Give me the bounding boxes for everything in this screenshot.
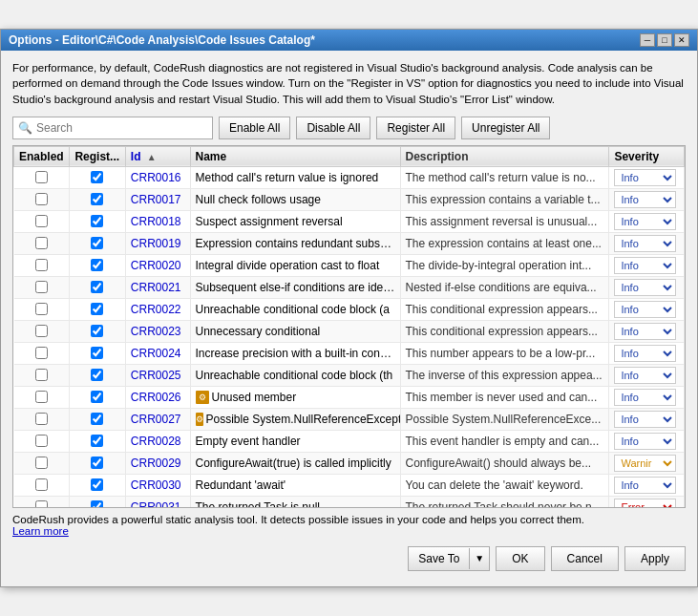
id-cell[interactable]: CRR0017: [125, 188, 190, 210]
enabled-cell: [14, 496, 70, 508]
enabled-checkbox[interactable]: [35, 237, 48, 249]
id-cell[interactable]: CRR0023: [125, 320, 190, 342]
register-checkbox[interactable]: [91, 500, 103, 508]
save-to-dropdown-icon[interactable]: ▼: [470, 549, 489, 567]
name-cell: Null check follows usage: [190, 188, 400, 210]
register-checkbox[interactable]: [91, 259, 103, 271]
cancel-button[interactable]: Cancel: [551, 546, 619, 571]
table-row: CRR0018Suspect assignment reversalThis a…: [14, 210, 685, 232]
enabled-checkbox[interactable]: [35, 369, 48, 381]
register-checkbox[interactable]: [91, 171, 103, 183]
enabled-checkbox[interactable]: [35, 500, 48, 508]
id-cell[interactable]: CRR0018: [125, 210, 190, 232]
unregister-all-button[interactable]: Unregister All: [461, 117, 550, 139]
severity-select[interactable]: Error: [614, 499, 676, 508]
register-cell: [69, 452, 125, 474]
ok-button[interactable]: OK: [496, 546, 544, 571]
severity-select[interactable]: Warnir: [614, 455, 676, 472]
title-bar: Options - Editor\C#\Code Analysis\Code I…: [1, 30, 697, 51]
id-cell[interactable]: CRR0016: [125, 166, 190, 188]
id-cell[interactable]: CRR0020: [125, 254, 190, 276]
header-id[interactable]: Id ▲: [125, 146, 190, 166]
severity-select[interactable]: Info: [614, 389, 676, 406]
save-to-button[interactable]: Save To ▼: [408, 546, 490, 571]
register-checkbox[interactable]: [91, 435, 103, 447]
register-checkbox[interactable]: [91, 391, 103, 403]
enabled-checkbox[interactable]: [35, 303, 48, 315]
register-checkbox[interactable]: [91, 281, 103, 293]
severity-select[interactable]: Info: [614, 301, 676, 318]
id-cell[interactable]: CRR0027: [125, 408, 190, 430]
close-button[interactable]: ✕: [674, 33, 689, 47]
enabled-checkbox[interactable]: [35, 478, 48, 491]
severity-select[interactable]: Info: [614, 213, 676, 230]
enabled-checkbox[interactable]: [35, 259, 48, 271]
register-checkbox[interactable]: [91, 193, 103, 205]
learn-more-link[interactable]: Learn more: [12, 525, 69, 537]
severity-select[interactable]: Info: [614, 235, 676, 252]
search-input[interactable]: [36, 121, 207, 135]
table-row: CRR0021Subsequent else-if conditions are…: [14, 276, 685, 298]
name-cell: Unnecessary conditional: [190, 320, 400, 342]
severity-select[interactable]: Info: [614, 169, 676, 186]
name-cell: Unreachable conditional code block (a: [190, 298, 400, 320]
severity-select[interactable]: Info: [614, 191, 676, 208]
id-cell[interactable]: CRR0031: [125, 496, 190, 508]
search-box[interactable]: 🔍: [12, 117, 213, 139]
severity-select[interactable]: Info: [614, 345, 676, 362]
severity-select[interactable]: Info: [614, 323, 676, 340]
description-cell: You can delete the 'await' keyword.: [400, 474, 609, 496]
id-cell[interactable]: CRR0025: [125, 364, 190, 386]
id-cell[interactable]: CRR0019: [125, 232, 190, 254]
save-to-label[interactable]: Save To: [409, 548, 470, 569]
enabled-checkbox[interactable]: [35, 457, 48, 469]
description-cell: This event handler is empty and can...: [400, 430, 609, 452]
id-cell[interactable]: CRR0028: [125, 430, 190, 452]
id-cell[interactable]: CRR0029: [125, 452, 190, 474]
enabled-checkbox[interactable]: [35, 347, 48, 359]
register-checkbox[interactable]: [91, 457, 103, 469]
enabled-checkbox[interactable]: [35, 391, 48, 403]
enabled-cell: [14, 430, 70, 452]
description-cell: ConfigureAwait() should always be...: [400, 452, 609, 474]
id-cell[interactable]: CRR0022: [125, 298, 190, 320]
register-checkbox[interactable]: [91, 303, 103, 315]
enabled-checkbox[interactable]: [35, 435, 48, 447]
table-row: CRR0030Redundant 'await'You can delete t…: [14, 474, 685, 496]
enable-all-button[interactable]: Enable All: [219, 117, 290, 139]
enabled-checkbox[interactable]: [35, 281, 48, 293]
register-checkbox[interactable]: [91, 413, 103, 425]
apply-button[interactable]: Apply: [624, 546, 686, 571]
register-checkbox[interactable]: [91, 369, 103, 381]
severity-select[interactable]: Info: [614, 411, 676, 428]
severity-cell: Info: [609, 210, 685, 232]
id-cell[interactable]: CRR0030: [125, 474, 190, 496]
id-cell[interactable]: CRR0026: [125, 386, 190, 408]
enabled-checkbox[interactable]: [35, 325, 48, 337]
severity-select[interactable]: Info: [614, 477, 676, 494]
id-cell[interactable]: CRR0021: [125, 276, 190, 298]
register-checkbox[interactable]: [91, 237, 103, 249]
enabled-checkbox[interactable]: [35, 193, 48, 205]
register-checkbox[interactable]: [91, 347, 103, 359]
register-cell: [69, 474, 125, 496]
disable-all-button[interactable]: Disable All: [296, 117, 370, 139]
severity-select[interactable]: Info: [614, 279, 676, 296]
main-content: For performance, by default, CodeRush di…: [1, 51, 697, 585]
minimize-button[interactable]: ─: [640, 33, 655, 47]
table-row: CRR0023Unnecessary conditionalThis condi…: [14, 320, 685, 342]
register-checkbox[interactable]: [91, 325, 103, 337]
enabled-checkbox[interactable]: [35, 413, 48, 425]
register-checkbox[interactable]: [91, 215, 103, 227]
enabled-checkbox[interactable]: [35, 171, 48, 183]
enabled-checkbox[interactable]: [35, 215, 48, 227]
id-cell[interactable]: CRR0024: [125, 342, 190, 364]
severity-select[interactable]: Info: [614, 433, 676, 450]
table-row: CRR0019Expression contains redundant sub…: [14, 232, 685, 254]
register-checkbox[interactable]: [91, 478, 103, 491]
severity-select[interactable]: Info: [614, 257, 676, 274]
severity-select[interactable]: Info: [614, 367, 676, 384]
header-name: Name: [190, 146, 400, 166]
register-all-button[interactable]: Register All: [376, 117, 455, 139]
maximize-button[interactable]: □: [657, 33, 672, 47]
